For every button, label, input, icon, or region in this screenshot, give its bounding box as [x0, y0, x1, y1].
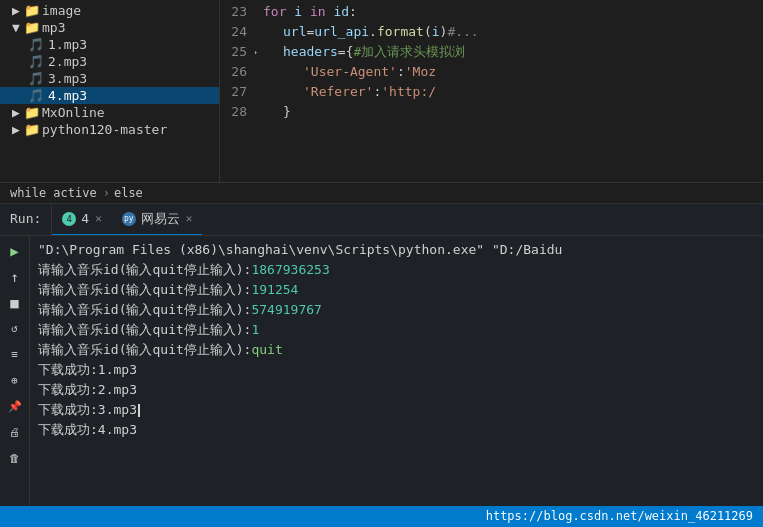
code-line-28: }	[263, 102, 763, 122]
code-line-23: for i in id:	[263, 2, 763, 22]
code-content: for i in id: url=url_api.format(i)#... ◆…	[255, 0, 763, 182]
terminal-line-5: 请输入音乐id(输入quit停止输入):quit	[38, 340, 755, 360]
value-2: 191254	[251, 282, 298, 297]
code-line-24: url=url_api.format(i)#...	[263, 22, 763, 42]
status-url: https://blog.csdn.net/weixin_46211269	[486, 509, 753, 523]
add-button[interactable]: ⊕	[4, 370, 26, 392]
prompt-2: 请输入音乐id(输入quit停止输入):	[38, 282, 251, 297]
line-numbers: 23 24 25 26 27 28	[220, 0, 255, 182]
app-container: ▶ 📁 image ▼ 📁 mp3 🎵 1.mp3 🎵 2.mp3	[0, 0, 763, 527]
run-button[interactable]: ▶	[4, 240, 26, 262]
prompt-5: 请输入音乐id(输入quit停止输入):	[38, 342, 251, 357]
print-button[interactable]: 🖨	[4, 422, 26, 444]
delete-button[interactable]: 🗑	[4, 448, 26, 470]
value-1: 1867936253	[251, 262, 329, 277]
value-4: 1	[251, 322, 259, 337]
rerun-button[interactable]: ↺	[4, 318, 26, 340]
scroll-button[interactable]: ≡	[4, 344, 26, 366]
breadcrumb-else[interactable]: else	[114, 186, 143, 200]
prompt-3: 请输入音乐id(输入quit停止输入):	[38, 302, 251, 317]
run-tabs: Run: 4 4 ✕ py 网易云 ✕	[0, 204, 763, 236]
run-panel: Run: 4 4 ✕ py 网易云 ✕ ▶ ↑ ■ ↺ ≡ ⊕	[0, 204, 763, 506]
terminal-output: "D:\Program Files (x86)\shanghai\venv\Sc…	[30, 236, 763, 506]
top-area: ▶ 📁 image ▼ 📁 mp3 🎵 1.mp3 🎵 2.mp3	[0, 0, 763, 182]
run-body: ▶ ↑ ■ ↺ ≡ ⊕ 📌 🖨 🗑 "D:\Program Files (x86…	[0, 236, 763, 506]
tab1-icon: 4	[62, 212, 76, 226]
tree-label-1mp3: 1.mp3	[48, 37, 87, 52]
terminal-line-4: 请输入音乐id(输入quit停止输入):1	[38, 320, 755, 340]
code-line-25: ◆ headers={#加入请求头模拟浏	[263, 42, 763, 62]
folder-icon-mp3: 📁	[24, 20, 40, 35]
folder-icon-mxonline: 📁	[24, 105, 40, 120]
tree-item-3mp3[interactable]: 🎵 3.mp3	[0, 70, 219, 87]
tree-label-mxonline: MxOnline	[42, 105, 105, 120]
terminal-line-success1: 下载成功:1.mp3	[38, 360, 755, 380]
file-tree: ▶ 📁 image ▼ 📁 mp3 🎵 1.mp3 🎵 2.mp3	[0, 0, 220, 182]
tree-item-image[interactable]: ▶ 📁 image	[0, 2, 219, 19]
run-toolbar: ▶ ↑ ■ ↺ ≡ ⊕ 📌 🖨 🗑	[0, 236, 30, 506]
prompt-4: 请输入音乐id(输入quit停止输入):	[38, 322, 251, 337]
prompt-1: 请输入音乐id(输入quit停止输入):	[38, 262, 251, 277]
folder-icon-image: 📁	[24, 3, 40, 18]
terminal-line-3: 请输入音乐id(输入quit停止输入):574919767	[38, 300, 755, 320]
folder-icon-python120: 📁	[24, 122, 40, 137]
value-3: 574919767	[251, 302, 321, 317]
terminal-line-success2: 下载成功:2.mp3	[38, 380, 755, 400]
breadcrumb-while-active[interactable]: while active	[10, 186, 97, 200]
pin-button[interactable]: 📌	[4, 396, 26, 418]
tree-item-mp3[interactable]: ▼ 📁 mp3	[0, 19, 219, 36]
tab2-icon: py	[122, 212, 136, 226]
terminal-line-1: 请输入音乐id(输入quit停止输入):1867936253	[38, 260, 755, 280]
code-line-27: 'Referer':'http:/	[263, 82, 763, 102]
tree-item-mxonline[interactable]: ▶ 📁 MxOnline	[0, 104, 219, 121]
breadcrumb-bar: while active › else	[0, 182, 763, 203]
terminal-line-success4: 下载成功:4.mp3	[38, 420, 755, 440]
file-icon-3mp3: 🎵	[28, 71, 44, 86]
run-label: Run:	[0, 203, 52, 235]
tree-label-3mp3: 3.mp3	[48, 71, 87, 86]
terminal-line-cmd: "D:\Program Files (x86)\shanghai\venv\Sc…	[38, 240, 755, 260]
tree-item-4mp3[interactable]: 🎵 4.mp3	[0, 87, 219, 104]
tree-arrow-python120: ▶	[8, 122, 24, 137]
up-button[interactable]: ↑	[4, 266, 26, 288]
tree-arrow-mp3: ▼	[8, 20, 24, 35]
stop-button[interactable]: ■	[4, 292, 26, 314]
code-line-26: 'User-Agent':'Moz	[263, 62, 763, 82]
file-icon-1mp3: 🎵	[28, 37, 44, 52]
tab1-label: 4	[81, 211, 89, 226]
value-5: quit	[251, 342, 282, 357]
terminal-line-success3: 下载成功:3.mp3	[38, 400, 755, 420]
tab2-close[interactable]: ✕	[186, 212, 193, 225]
tree-label-4mp3: 4.mp3	[48, 88, 87, 103]
tree-arrow-image: ▶	[8, 3, 24, 18]
terminal-line-2: 请输入音乐id(输入quit停止输入):191254	[38, 280, 755, 300]
tree-item-python120[interactable]: ▶ 📁 python120-master	[0, 121, 219, 138]
status-bar: https://blog.csdn.net/weixin_46211269	[0, 506, 763, 527]
tree-label-python120: python120-master	[42, 122, 167, 137]
tab2-label: 网易云	[141, 210, 180, 228]
code-editor: 23 24 25 26 27 28 for i in id: url=url_a…	[220, 0, 763, 182]
file-icon-4mp3: 🎵	[28, 88, 44, 103]
breadcrumb-separator: ›	[103, 186, 110, 200]
tab1-close[interactable]: ✕	[95, 212, 102, 225]
tree-arrow-mxonline: ▶	[8, 105, 24, 120]
file-icon-2mp3: 🎵	[28, 54, 44, 69]
run-tab-wangyiyun[interactable]: py 网易云 ✕	[112, 203, 203, 235]
tree-item-2mp3[interactable]: 🎵 2.mp3	[0, 53, 219, 70]
tree-label-image: image	[42, 3, 81, 18]
tree-label-mp3: mp3	[42, 20, 65, 35]
tree-label-2mp3: 2.mp3	[48, 54, 87, 69]
tree-item-1mp3[interactable]: 🎵 1.mp3	[0, 36, 219, 53]
run-tab-4[interactable]: 4 4 ✕	[52, 203, 111, 235]
